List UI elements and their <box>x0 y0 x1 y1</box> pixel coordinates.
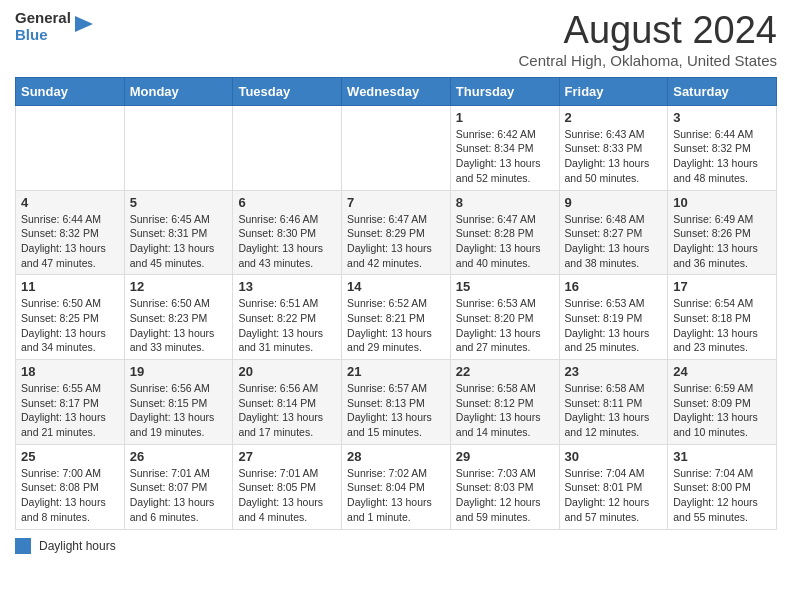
day-number: 4 <box>21 195 119 210</box>
logo-text: General Blue <box>15 10 71 43</box>
day-number: 30 <box>565 449 663 464</box>
day-number: 26 <box>130 449 228 464</box>
calendar-cell: 17Sunrise: 6:54 AM Sunset: 8:18 PM Dayli… <box>668 275 777 360</box>
day-number: 21 <box>347 364 445 379</box>
day-number: 9 <box>565 195 663 210</box>
calendar-week-row: 4Sunrise: 6:44 AM Sunset: 8:32 PM Daylig… <box>16 190 777 275</box>
day-info: Sunrise: 7:01 AM Sunset: 8:05 PM Dayligh… <box>238 466 336 525</box>
page-title: August 2024 <box>519 10 777 52</box>
day-info: Sunrise: 6:43 AM Sunset: 8:33 PM Dayligh… <box>565 127 663 186</box>
calendar-cell: 10Sunrise: 6:49 AM Sunset: 8:26 PM Dayli… <box>668 190 777 275</box>
calendar-cell: 22Sunrise: 6:58 AM Sunset: 8:12 PM Dayli… <box>450 360 559 445</box>
day-info: Sunrise: 6:49 AM Sunset: 8:26 PM Dayligh… <box>673 212 771 271</box>
day-info: Sunrise: 6:53 AM Sunset: 8:19 PM Dayligh… <box>565 296 663 355</box>
day-info: Sunrise: 6:52 AM Sunset: 8:21 PM Dayligh… <box>347 296 445 355</box>
calendar-day-header: Saturday <box>668 77 777 105</box>
day-number: 29 <box>456 449 554 464</box>
calendar-cell: 29Sunrise: 7:03 AM Sunset: 8:03 PM Dayli… <box>450 444 559 529</box>
calendar-cell: 18Sunrise: 6:55 AM Sunset: 8:17 PM Dayli… <box>16 360 125 445</box>
calendar-cell: 5Sunrise: 6:45 AM Sunset: 8:31 PM Daylig… <box>124 190 233 275</box>
calendar-cell: 24Sunrise: 6:59 AM Sunset: 8:09 PM Dayli… <box>668 360 777 445</box>
calendar-cell: 1Sunrise: 6:42 AM Sunset: 8:34 PM Daylig… <box>450 105 559 190</box>
day-number: 28 <box>347 449 445 464</box>
calendar-day-header: Sunday <box>16 77 125 105</box>
day-number: 24 <box>673 364 771 379</box>
day-number: 25 <box>21 449 119 464</box>
calendar-week-row: 18Sunrise: 6:55 AM Sunset: 8:17 PM Dayli… <box>16 360 777 445</box>
day-info: Sunrise: 6:50 AM Sunset: 8:25 PM Dayligh… <box>21 296 119 355</box>
calendar-cell: 13Sunrise: 6:51 AM Sunset: 8:22 PM Dayli… <box>233 275 342 360</box>
calendar-day-header: Wednesday <box>342 77 451 105</box>
day-info: Sunrise: 6:56 AM Sunset: 8:15 PM Dayligh… <box>130 381 228 440</box>
calendar-cell: 25Sunrise: 7:00 AM Sunset: 8:08 PM Dayli… <box>16 444 125 529</box>
day-number: 22 <box>456 364 554 379</box>
calendar-cell: 26Sunrise: 7:01 AM Sunset: 8:07 PM Dayli… <box>124 444 233 529</box>
calendar-cell: 11Sunrise: 6:50 AM Sunset: 8:25 PM Dayli… <box>16 275 125 360</box>
calendar-header-row: SundayMondayTuesdayWednesdayThursdayFrid… <box>16 77 777 105</box>
day-number: 19 <box>130 364 228 379</box>
page-header: General Blue August 2024 Central High, O… <box>15 10 777 69</box>
calendar-cell: 23Sunrise: 6:58 AM Sunset: 8:11 PM Dayli… <box>559 360 668 445</box>
calendar-day-header: Tuesday <box>233 77 342 105</box>
day-number: 15 <box>456 279 554 294</box>
calendar-day-header: Thursday <box>450 77 559 105</box>
day-number: 6 <box>238 195 336 210</box>
day-number: 11 <box>21 279 119 294</box>
calendar-cell: 21Sunrise: 6:57 AM Sunset: 8:13 PM Dayli… <box>342 360 451 445</box>
day-info: Sunrise: 6:59 AM Sunset: 8:09 PM Dayligh… <box>673 381 771 440</box>
legend-box <box>15 538 31 554</box>
day-number: 20 <box>238 364 336 379</box>
day-number: 18 <box>21 364 119 379</box>
logo: General Blue <box>15 10 93 43</box>
calendar-cell: 8Sunrise: 6:47 AM Sunset: 8:28 PM Daylig… <box>450 190 559 275</box>
day-number: 17 <box>673 279 771 294</box>
day-number: 3 <box>673 110 771 125</box>
day-info: Sunrise: 6:44 AM Sunset: 8:32 PM Dayligh… <box>673 127 771 186</box>
calendar-table: SundayMondayTuesdayWednesdayThursdayFrid… <box>15 77 777 530</box>
day-info: Sunrise: 6:58 AM Sunset: 8:11 PM Dayligh… <box>565 381 663 440</box>
day-info: Sunrise: 7:00 AM Sunset: 8:08 PM Dayligh… <box>21 466 119 525</box>
day-info: Sunrise: 6:55 AM Sunset: 8:17 PM Dayligh… <box>21 381 119 440</box>
day-info: Sunrise: 6:44 AM Sunset: 8:32 PM Dayligh… <box>21 212 119 271</box>
calendar-cell: 30Sunrise: 7:04 AM Sunset: 8:01 PM Dayli… <box>559 444 668 529</box>
day-info: Sunrise: 6:48 AM Sunset: 8:27 PM Dayligh… <box>565 212 663 271</box>
calendar-cell: 28Sunrise: 7:02 AM Sunset: 8:04 PM Dayli… <box>342 444 451 529</box>
calendar-cell: 14Sunrise: 6:52 AM Sunset: 8:21 PM Dayli… <box>342 275 451 360</box>
day-info: Sunrise: 7:04 AM Sunset: 8:00 PM Dayligh… <box>673 466 771 525</box>
page-subtitle: Central High, Oklahoma, United States <box>519 52 777 69</box>
day-number: 27 <box>238 449 336 464</box>
day-info: Sunrise: 6:47 AM Sunset: 8:28 PM Dayligh… <box>456 212 554 271</box>
calendar-cell <box>124 105 233 190</box>
calendar-cell: 27Sunrise: 7:01 AM Sunset: 8:05 PM Dayli… <box>233 444 342 529</box>
day-info: Sunrise: 6:54 AM Sunset: 8:18 PM Dayligh… <box>673 296 771 355</box>
day-number: 23 <box>565 364 663 379</box>
day-info: Sunrise: 6:45 AM Sunset: 8:31 PM Dayligh… <box>130 212 228 271</box>
day-number: 13 <box>238 279 336 294</box>
legend-label: Daylight hours <box>39 539 116 553</box>
day-info: Sunrise: 6:57 AM Sunset: 8:13 PM Dayligh… <box>347 381 445 440</box>
calendar-cell: 15Sunrise: 6:53 AM Sunset: 8:20 PM Dayli… <box>450 275 559 360</box>
day-info: Sunrise: 6:50 AM Sunset: 8:23 PM Dayligh… <box>130 296 228 355</box>
day-number: 1 <box>456 110 554 125</box>
calendar-cell: 7Sunrise: 6:47 AM Sunset: 8:29 PM Daylig… <box>342 190 451 275</box>
day-info: Sunrise: 7:02 AM Sunset: 8:04 PM Dayligh… <box>347 466 445 525</box>
calendar-cell <box>16 105 125 190</box>
calendar-cell: 2Sunrise: 6:43 AM Sunset: 8:33 PM Daylig… <box>559 105 668 190</box>
day-number: 12 <box>130 279 228 294</box>
day-info: Sunrise: 6:46 AM Sunset: 8:30 PM Dayligh… <box>238 212 336 271</box>
calendar-cell: 9Sunrise: 6:48 AM Sunset: 8:27 PM Daylig… <box>559 190 668 275</box>
calendar-cell <box>342 105 451 190</box>
calendar-day-header: Monday <box>124 77 233 105</box>
day-number: 16 <box>565 279 663 294</box>
day-info: Sunrise: 7:01 AM Sunset: 8:07 PM Dayligh… <box>130 466 228 525</box>
calendar-cell: 19Sunrise: 6:56 AM Sunset: 8:15 PM Dayli… <box>124 360 233 445</box>
day-info: Sunrise: 6:58 AM Sunset: 8:12 PM Dayligh… <box>456 381 554 440</box>
svg-marker-0 <box>75 16 93 32</box>
calendar-cell: 4Sunrise: 6:44 AM Sunset: 8:32 PM Daylig… <box>16 190 125 275</box>
calendar-cell: 3Sunrise: 6:44 AM Sunset: 8:32 PM Daylig… <box>668 105 777 190</box>
day-number: 8 <box>456 195 554 210</box>
calendar-cell <box>233 105 342 190</box>
calendar-week-row: 11Sunrise: 6:50 AM Sunset: 8:25 PM Dayli… <box>16 275 777 360</box>
day-info: Sunrise: 7:04 AM Sunset: 8:01 PM Dayligh… <box>565 466 663 525</box>
day-info: Sunrise: 6:47 AM Sunset: 8:29 PM Dayligh… <box>347 212 445 271</box>
